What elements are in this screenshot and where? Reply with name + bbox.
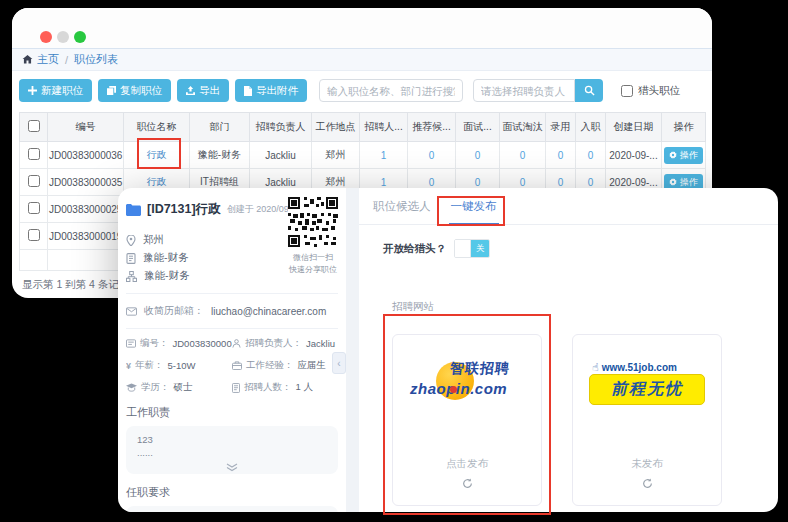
- resume-email-label: 收简历邮箱：: [144, 304, 204, 318]
- gear-icon: [669, 178, 677, 186]
- col-interview-out[interactable]: 面试淘汰: [500, 113, 546, 142]
- job51-status: 未发布: [631, 457, 663, 471]
- row-action-button[interactable]: 操作: [664, 147, 703, 164]
- job51-cn-text: 前程无忧: [611, 379, 683, 400]
- field-label: 工作经验：: [246, 359, 294, 372]
- maximize-window-button[interactable]: [74, 31, 86, 43]
- col-recommended[interactable]: 推荐候...: [408, 113, 456, 142]
- col-action: 操作: [662, 113, 706, 142]
- headhunter-question-label: 开放给猎头？: [383, 242, 446, 256]
- col-title[interactable]: 职位名称: [124, 113, 190, 142]
- job-id: JD00383000019: [48, 223, 124, 250]
- hand-icon: ☝: [592, 362, 599, 373]
- job-location: 郑州: [143, 233, 164, 247]
- zhaopin-publish-card[interactable]: 智联招聘 zhaopin.com 点击发布: [392, 334, 542, 506]
- headhunter-checkbox[interactable]: [621, 85, 633, 97]
- recruiting-sites-label: 招聘网站: [392, 300, 778, 314]
- graduation-cap-icon: [126, 383, 137, 392]
- row-checkbox[interactable]: [28, 202, 40, 214]
- zhaopin-domain-text: zhaopin.com: [410, 380, 507, 397]
- job-summary-panel: [ID7131]行政 创建于 2020/09: [118, 188, 346, 512]
- export-attachments-button[interactable]: 导出附件: [235, 79, 307, 102]
- field-value: 应届生: [298, 359, 327, 372]
- expand-chevron-icon[interactable]: [137, 463, 327, 472]
- field-label: 年薪：: [135, 359, 164, 372]
- job51-logo: ☝ www.51job.com 前程无忧: [586, 335, 708, 431]
- field-label: 编号：: [140, 337, 169, 350]
- col-created[interactable]: 创建日期: [606, 113, 662, 142]
- new-job-button[interactable]: 新建职位: [19, 79, 92, 102]
- job-owner: Jackliu: [250, 142, 312, 169]
- duty-text-line1: 123: [137, 433, 327, 446]
- search-button[interactable]: [575, 79, 603, 102]
- minimize-window-button[interactable]: [57, 31, 69, 43]
- job-title-link[interactable]: 行政: [124, 142, 190, 169]
- field-label: 招聘负责人：: [245, 337, 302, 350]
- job-department: 豫能-财务: [143, 251, 189, 265]
- refresh-icon[interactable]: [642, 475, 653, 493]
- toggle-state-label: 关: [471, 240, 489, 257]
- qr-caption-line1: 微信扫一扫: [285, 253, 341, 263]
- table-row: JD00383000036 行政 豫能-财务 Jackliu 郑州 1 0 0 …: [20, 142, 706, 169]
- col-id[interactable]: 编号: [48, 113, 124, 142]
- zhaopin-red-dot: [450, 386, 457, 393]
- zhaopin-status: 点击发布: [446, 457, 488, 471]
- headcount-doc-icon: [232, 383, 240, 393]
- col-city[interactable]: 工作地点: [312, 113, 360, 142]
- breadcrumb-home[interactable]: 主页: [37, 52, 59, 67]
- select-all-cell: [20, 113, 48, 142]
- field-label: 学历：: [141, 381, 170, 394]
- modal-tabs: 职位候选人 一键发布: [359, 188, 778, 225]
- col-dept[interactable]: 部门: [190, 113, 250, 142]
- file-icon: [244, 86, 252, 96]
- id-card-icon: [126, 339, 136, 348]
- col-onboard[interactable]: 入职: [576, 113, 606, 142]
- job51-publish-card[interactable]: ☝ www.51job.com 前程无忧 未发布: [572, 334, 722, 506]
- headhunter-filter[interactable]: 猎头职位: [621, 84, 680, 98]
- copy-job-button[interactable]: 复制职位: [98, 79, 171, 102]
- row-action-label: 操作: [680, 176, 698, 189]
- headhunter-checkbox-label: 猎头职位: [638, 84, 680, 98]
- interview-out-count[interactable]: 0: [500, 142, 546, 169]
- search-icon: [584, 85, 595, 96]
- breadcrumb-separator: /: [65, 54, 68, 66]
- created-date: 2020-09-...: [606, 142, 662, 169]
- job-detail-modal: [ID7131]行政 创建于 2020/09: [118, 188, 778, 512]
- job-search-input[interactable]: [319, 79, 463, 102]
- job-created-date: 创建于 2020/09: [227, 203, 289, 216]
- tab-one-click-publish[interactable]: 一键发布: [449, 199, 499, 225]
- col-offer[interactable]: 录用: [546, 113, 576, 142]
- row-checkbox[interactable]: [28, 148, 40, 160]
- headhunter-toggle[interactable]: 关: [454, 239, 490, 258]
- row-checkbox[interactable]: [28, 175, 40, 187]
- offer-count[interactable]: 0: [546, 142, 576, 169]
- location-pin-icon: [126, 235, 136, 246]
- select-all-checkbox[interactable]: [28, 120, 40, 132]
- col-interview[interactable]: 面试...: [456, 113, 500, 142]
- person-icon: [232, 339, 241, 348]
- close-window-button[interactable]: [40, 31, 52, 43]
- interview-count[interactable]: 0: [456, 142, 500, 169]
- recommended-count[interactable]: 0: [408, 142, 456, 169]
- job-dept: 豫能-财务: [190, 142, 250, 169]
- new-job-label: 新建职位: [41, 84, 83, 98]
- collapse-panel-button[interactable]: ‹: [332, 352, 346, 374]
- col-hire[interactable]: 招聘人...: [360, 113, 408, 142]
- export-button[interactable]: 导出: [177, 79, 229, 102]
- onboard-count[interactable]: 0: [576, 142, 606, 169]
- tab-candidates[interactable]: 职位候选人: [371, 199, 433, 224]
- refresh-icon[interactable]: [462, 475, 473, 493]
- field-value: 硕士: [174, 381, 193, 394]
- hire-count[interactable]: 1: [360, 142, 408, 169]
- col-owner[interactable]: 招聘负责人: [250, 113, 312, 142]
- panel-divider: ‹: [346, 188, 359, 512]
- yen-icon: ¥: [126, 361, 131, 371]
- copy-job-label: 复制职位: [120, 84, 162, 98]
- folder-icon: [126, 204, 141, 216]
- recruiter-select[interactable]: [473, 79, 575, 102]
- row-checkbox[interactable]: [28, 229, 40, 241]
- table-header-row: 编号 职位名称 部门 招聘负责人 工作地点 招聘人... 推荐候... 面试..…: [20, 113, 706, 142]
- requirements-box: [126, 506, 338, 512]
- field-label: 招聘人数：: [244, 381, 292, 394]
- window-titlebar: [12, 8, 712, 48]
